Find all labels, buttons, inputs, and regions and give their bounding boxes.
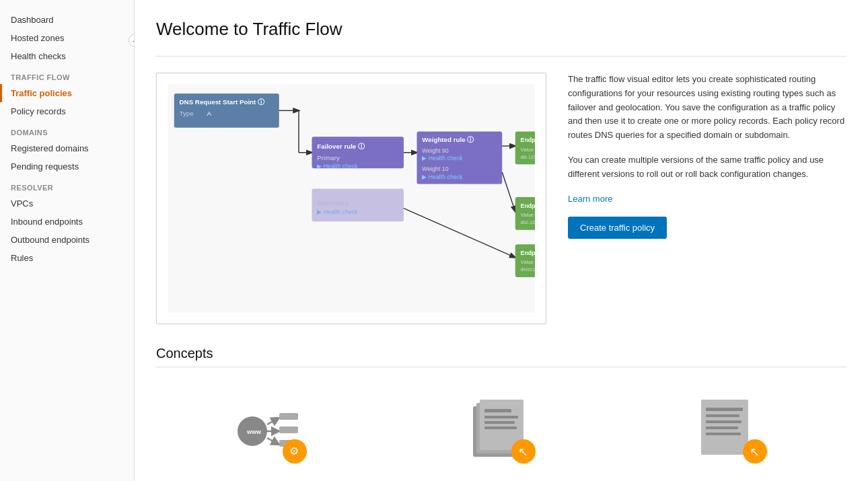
svg-text:▶ Health check: ▶ Health check [422,155,463,161]
description-panel: The traffic flow visual editor lets you … [568,73,846,324]
svg-text:▶ Health check: ▶ Health check [317,163,358,170]
svg-text:⚙: ⚙ [289,445,299,457]
title-divider [156,56,846,57]
svg-rect-42 [279,427,298,433]
concept-policy-records-icon: ↖ [691,394,772,468]
concept-visual-editor-icon: www ⚙ [231,394,312,468]
svg-text:Endpoint ⓘ: Endpoint ⓘ [521,250,535,256]
concepts-title: Concepts [156,346,846,361]
svg-text:Type: Type [180,110,194,117]
traffic-flow-diagram: DNS Request Start Point ⓘ Type A Failove… [156,73,546,324]
sidebar-item-outbound-endpoints[interactable]: Outbound endpoints [0,231,134,249]
sidebar: ◀ Dashboard Hosted zones Health checks T… [0,0,135,481]
sidebar-item-pending-requests[interactable]: Pending requests [0,157,134,176]
svg-text:Weighted rule ⓘ: Weighted rule ⓘ [422,136,474,143]
sidebar-section-traffic-flow: Traffic flow [0,65,134,84]
concept-traffic-policies: ↖ [386,383,616,479]
svg-text:db2-123345.us-east-1.elb.amazo: db2-123345.us-east-1.elb.amazonaws.com [521,220,535,225]
svg-rect-51 [484,421,515,424]
sidebar-item-dashboard[interactable]: Dashboard [0,11,134,29]
concepts-divider [156,367,846,367]
svg-text:Endpoint ⓘ: Endpoint ⓘ [521,202,535,209]
svg-rect-60 [706,433,741,435]
svg-text:Value  ELB: Value ELB [521,147,535,153]
sidebar-item-registered-domains[interactable]: Registered domains [0,139,134,157]
page-title: Welcome to Traffic Flow [156,19,846,40]
svg-text:Weight  10: Weight 10 [422,165,448,172]
svg-rect-57 [706,414,739,417]
sidebar-section-domains: Domains [0,120,134,139]
svg-text:▶ Health check: ▶ Health check [422,174,463,180]
svg-rect-59 [706,427,738,429]
sidebar-item-inbound-endpoints[interactable]: Inbound endpoints [0,213,134,231]
svg-line-30 [404,209,515,258]
sidebar-item-rules[interactable]: Rules [0,249,134,267]
sidebar-item-health-checks[interactable]: Health checks [0,47,134,65]
svg-text:dbi-123345.us-east-1.elb.amazo: dbi-123345.us-east-1.elb.amazonaws.com [521,155,535,159]
learn-more-link[interactable]: Learn more [568,192,846,207]
svg-rect-41 [279,413,298,420]
svg-text:DNS Request Start Point ⓘ: DNS Request Start Point ⓘ [180,98,265,106]
sidebar-item-traffic-policies[interactable]: Traffic policies [0,84,134,102]
create-traffic-policy-button[interactable]: Create traffic policy [568,217,667,239]
svg-line-38 [267,418,279,424]
svg-text:Failover rule ⓘ: Failover rule ⓘ [317,143,365,150]
svg-text:Value  S3: Value S3 [521,259,535,265]
svg-text:Value  ELB: Value ELB [521,212,535,218]
concepts-grid: www ⚙ [156,383,846,479]
svg-rect-49 [484,409,511,412]
sidebar-item-vpcs[interactable]: VPCs [0,194,134,213]
svg-text:Endpoint ⓘ: Endpoint ⓘ [521,137,535,143]
sidebar-item-policy-records[interactable]: Policy records [0,102,134,120]
svg-text:A: A [207,110,212,117]
sidebar-section-resolver: Resolver [0,176,134,194]
concept-traffic-policies-icon: ↖ [461,394,542,468]
svg-rect-58 [706,420,742,423]
svg-text:Weight  90: Weight 90 [422,147,448,154]
main-content: Welcome to Traffic Flow DNS Request Star… [135,0,868,481]
svg-text:↖: ↖ [518,445,528,459]
concept-policy-records: ↖ [616,383,846,479]
svg-rect-52 [484,427,517,429]
svg-text:Primary: Primary [317,154,340,161]
welcome-section: DNS Request Start Point ⓘ Type A Failove… [156,73,846,324]
svg-text:www: www [246,429,262,435]
svg-line-40 [267,438,279,445]
svg-rect-50 [484,416,518,418]
svg-rect-56 [706,408,743,411]
svg-line-19 [502,172,515,212]
svg-text:direct.s3-website.us-east-1.am: direct.s3-website.us-east-1.amazonaws.co… [521,267,535,272]
concept-visual-editor: www ⚙ [156,383,386,479]
svg-text:↖: ↖ [750,445,760,459]
svg-rect-35 [312,188,404,221]
description-text-1: The traffic flow visual editor lets you … [568,73,846,143]
sidebar-item-hosted-zones[interactable]: Hosted zones [0,29,134,47]
description-text-2: You can create multiple versions of the … [568,153,846,182]
